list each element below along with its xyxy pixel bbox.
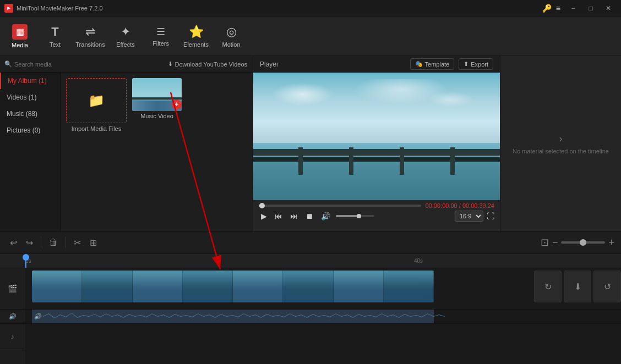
music-track <box>25 324 621 349</box>
app-logo <box>4 4 13 13</box>
maximize-button[interactable]: □ <box>582 3 599 13</box>
folder-icon: 📁 <box>88 93 105 108</box>
cut-button[interactable]: ✂ <box>70 235 84 250</box>
template-icon: 🎭 <box>415 60 423 68</box>
media-item-name: Music Video <box>132 113 182 119</box>
skip-back-button[interactable]: ⏮ <box>273 211 285 222</box>
current-time: 00:00:00.00 <box>426 202 457 209</box>
export-button[interactable]: ⬆ Export <box>459 58 493 70</box>
video-track-icon: 🎬 <box>8 284 17 293</box>
media-header: 🔍 ⬇ Download YouTube Videos <box>0 56 253 73</box>
zoom-fit-button[interactable]: ⊡ <box>541 236 549 249</box>
app-title: MiniTool MovieMaker Free 7.2.0 <box>17 5 103 12</box>
fullscreen-button[interactable]: ⛶ <box>487 212 494 220</box>
play-button[interactable]: ▶ <box>259 211 269 222</box>
export-icon: ⬆ <box>464 60 469 68</box>
track-label-audio: 🔊 <box>0 310 25 324</box>
audio-track-icon: 🔊 <box>9 313 17 320</box>
search-icon: 🔍 <box>4 60 12 68</box>
download-label: Download YouTube Videos <box>175 61 248 68</box>
zoom-slider[interactable] <box>561 241 605 244</box>
sidebar-label-music: Music (88) <box>7 110 37 118</box>
player-panel: Player 🎭 Template ⬆ Export <box>253 56 500 231</box>
main-area: 🔍 ⬇ Download YouTube Videos My Album (1)… <box>0 56 621 231</box>
timeline-action-btn-2[interactable]: ⬇ <box>564 271 591 302</box>
sidebar-item-music[interactable]: Music (88) <box>0 106 60 122</box>
video-track: ↻ ⬇ ↺ <box>25 268 621 310</box>
pillar-4 <box>450 147 455 175</box>
volume-bar[interactable] <box>336 215 374 217</box>
player-controls: 00:00:00.00 / 00:00:39.24 ▶ ⏮ ⏭ ⏹ 🔊 16:9 <box>253 200 500 231</box>
search-area: 🔍 <box>0 56 162 72</box>
toolbar-item-motion[interactable]: ◎ Motion <box>214 18 249 54</box>
audio-track <box>25 310 621 324</box>
aspect-ratio-select[interactable]: 16:9 <box>455 211 483 222</box>
video-frame-2 <box>82 271 132 302</box>
effects-icon: ✦ <box>121 25 130 39</box>
search-input[interactable] <box>14 61 158 68</box>
import-media-box[interactable]: 📁 <box>66 78 127 123</box>
media-item-music-video[interactable]: 📹 + Music Video <box>132 78 182 119</box>
pillar-3 <box>400 147 404 175</box>
separator-2 <box>66 237 66 248</box>
zoom-in-button[interactable]: + <box>608 237 614 249</box>
right-panel-arrow[interactable]: › <box>559 133 563 145</box>
close-button[interactable]: ✕ <box>600 3 617 13</box>
video-frame-6 <box>283 271 333 302</box>
title-bar: MiniTool MovieMaker Free 7.2.0 🔑 ≡ − □ ✕ <box>0 0 621 16</box>
download-youtube-button[interactable]: ⬇ Download YouTube Videos <box>162 56 253 72</box>
ruler-mark-40s: 40s <box>414 258 423 264</box>
toolbar-label-effects: Effects <box>116 41 134 48</box>
sidebar-item-pictures[interactable]: Pictures (0) <box>0 122 60 139</box>
timeline-track-labels: 🎬 🔊 ♪ <box>0 268 25 364</box>
sidebar-item-my-album[interactable]: My Album (1) <box>0 73 60 89</box>
minimize-button[interactable]: − <box>565 3 581 13</box>
export-label: Export <box>471 61 488 68</box>
crop-button[interactable]: ⊞ <box>86 235 100 250</box>
menu-icon[interactable]: ≡ <box>556 4 560 13</box>
skip-forward-button[interactable]: ⏭ <box>288 211 300 222</box>
download-icon: ⬇ <box>168 60 173 68</box>
sidebar-label-pictures: Pictures (0) <box>7 126 40 134</box>
toolbar-item-media[interactable]: ▦ Media <box>2 18 37 54</box>
right-panel: › No material selected on the timeline <box>500 56 621 231</box>
video-clip[interactable] <box>32 271 434 302</box>
toolbar-label-filters: Filters <box>152 40 169 47</box>
toolbar-item-transitions[interactable]: ⇌ Transitions <box>73 18 108 54</box>
add-to-timeline-button[interactable]: + <box>172 100 182 109</box>
timeline-action-btn-1[interactable]: ↻ <box>534 271 562 302</box>
zoom-out-button[interactable]: − <box>552 237 558 249</box>
undo-button[interactable]: ↩ <box>7 235 20 250</box>
redo-button[interactable]: ↪ <box>23 235 36 250</box>
volume-fill <box>336 215 359 217</box>
import-label: Import Media Files <box>72 125 121 132</box>
track-label-music: ♪ <box>0 324 25 349</box>
media-content: 📁 Import Media Files 📹 + Music Video <box>61 73 253 231</box>
template-label: Template <box>425 61 450 68</box>
timeline-content: ↻ ⬇ ↺ <box>25 268 621 364</box>
timeline-action-buttons: ↻ ⬇ ↺ <box>534 271 621 302</box>
toolbar-label-media: Media <box>12 42 28 48</box>
video-frame-8 <box>384 271 434 302</box>
timeline-action-btn-3[interactable]: ↺ <box>593 271 621 302</box>
toolbar-item-text[interactable]: T Text <box>37 18 73 54</box>
sidebar-item-videos[interactable]: Videos (1) <box>0 89 60 106</box>
controls-bar: ↩ ↪ 🗑 ✂ ⊞ ⊡ − + <box>0 231 621 254</box>
template-button[interactable]: 🎭 Template <box>410 58 455 70</box>
stop-button[interactable]: ⏹ <box>303 211 315 222</box>
sidebar-label-my-album: My Album (1) <box>8 77 47 85</box>
pillars-layer <box>253 147 500 175</box>
video-frame-7 <box>334 271 384 302</box>
pillar-2 <box>349 147 353 175</box>
time-display: 00:00:00.00 / 00:00:39.24 <box>426 202 494 209</box>
progress-bar[interactable] <box>259 205 421 207</box>
total-time: 00:00:39.24 <box>462 202 494 209</box>
timeline-cursor[interactable] <box>25 254 26 268</box>
volume-handle <box>357 214 361 218</box>
toolbar-item-effects[interactable]: ✦ Effects <box>108 18 143 54</box>
toolbar-item-filters[interactable]: ☰ Filters <box>143 18 178 54</box>
delete-button[interactable]: 🗑 <box>46 235 61 250</box>
sidebar-label-videos: Videos (1) <box>7 93 36 101</box>
volume-button[interactable]: 🔊 <box>319 211 333 222</box>
toolbar-item-elements[interactable]: ⭐ Elements <box>178 18 214 54</box>
